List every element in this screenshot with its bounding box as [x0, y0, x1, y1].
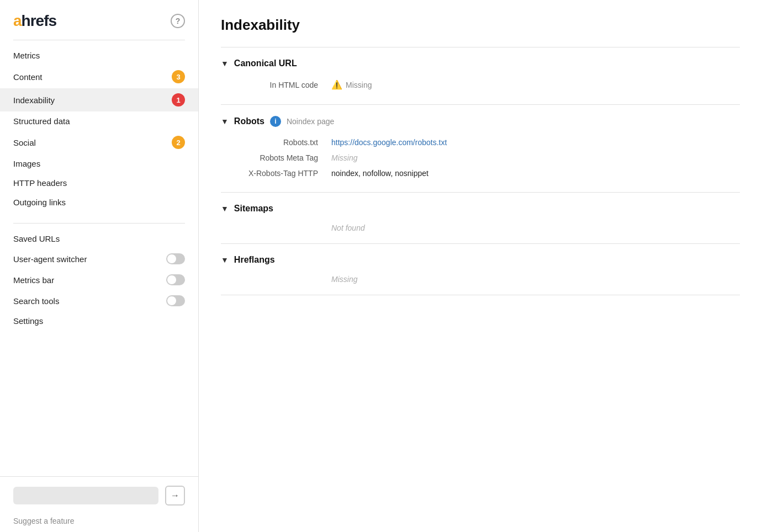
- warning-icon: ⚠️: [331, 79, 342, 90]
- suggest-arrow[interactable]: →: [165, 486, 185, 506]
- row-link[interactable]: https://docs.google.com/robots.txt: [331, 138, 447, 147]
- section-row: X-Robots-Tag HTTPnoindex, nofollow, nosn…: [221, 166, 740, 181]
- warning-value: ⚠️Missing: [331, 79, 372, 90]
- section-robots: ▼RobotsiNoindex pageRobots.txthttps://do…: [221, 105, 740, 193]
- main-content: Indexability ▼Canonical URLIn HTML code⚠…: [199, 0, 762, 532]
- section-canonical-url: ▼Canonical URLIn HTML code⚠️Missing: [221, 47, 740, 105]
- row-label: In HTML code: [232, 81, 331, 89]
- logo-text: hrefs: [22, 12, 56, 29]
- section-header-robots: ▼RobotsiNoindex page: [221, 116, 740, 127]
- sidebar-item-social[interactable]: Social2: [0, 131, 198, 154]
- section-subtitle-robots: Noindex page: [287, 117, 334, 126]
- sidebar-item-settings[interactable]: Settings: [0, 311, 198, 331]
- section-header-hreflangs: ▼Hreflangs: [221, 255, 740, 265]
- section-header-sitemaps: ▼Sitemaps: [221, 204, 740, 214]
- primary-nav: MetricsContent3Indexability1Structured d…: [0, 40, 198, 217]
- row-label: X-Robots-Tag HTTP: [232, 169, 331, 178]
- sidebar-item-label-structured-data: Structured data: [13, 116, 185, 126]
- sidebar-bottom: →: [0, 476, 198, 514]
- row-label: Robots Meta Tag: [232, 153, 331, 162]
- section-collapse-icon-canonical-url[interactable]: ▼: [221, 59, 229, 68]
- section-empty-sitemaps: Not found: [221, 221, 740, 232]
- suggest-bar: [13, 487, 158, 504]
- row-label: Robots.txt: [232, 138, 331, 147]
- toggle-search-tools[interactable]: [166, 295, 185, 306]
- sidebar-item-label-search-tools: Search tools: [13, 296, 166, 306]
- page-title: Indexability: [221, 17, 740, 34]
- sidebar-item-user-agent-switcher[interactable]: User-agent switcher: [0, 248, 198, 269]
- section-title-canonical-url: Canonical URL: [234, 58, 297, 68]
- section-collapse-icon-hreflangs[interactable]: ▼: [221, 256, 229, 264]
- section-collapse-icon-robots[interactable]: ▼: [221, 117, 229, 126]
- section-hreflangs: ▼HreflangsMissing: [221, 244, 740, 295]
- section-title-robots: Robots: [234, 116, 264, 126]
- section-empty-hreflangs: Missing: [221, 273, 740, 284]
- sidebar-item-outgoing-links[interactable]: Outgoing links: [0, 193, 198, 212]
- row-value: noindex, nofollow, nosnippet: [331, 169, 428, 178]
- badge-social: 2: [172, 136, 185, 149]
- sidebar-item-label-outgoing-links: Outgoing links: [13, 198, 185, 207]
- section-header-canonical-url: ▼Canonical URL: [221, 58, 740, 68]
- section-row: Robots.txthttps://docs.google.com/robots…: [221, 135, 740, 150]
- sidebar-item-structured-data[interactable]: Structured data: [0, 111, 198, 131]
- toggle-metrics-bar[interactable]: [166, 274, 185, 285]
- sidebar-item-saved-urls[interactable]: Saved URLs: [0, 229, 198, 248]
- section-row: Robots Meta TagMissing: [221, 150, 740, 166]
- row-value-italic: Missing: [331, 153, 357, 162]
- sidebar-item-label-social: Social: [13, 138, 172, 147]
- sidebar-item-search-tools[interactable]: Search tools: [0, 290, 198, 311]
- sidebar-item-metrics[interactable]: Metrics: [0, 46, 198, 65]
- sidebar-item-label-images: Images: [13, 159, 185, 168]
- section-title-hreflangs: Hreflangs: [234, 255, 275, 265]
- sidebar-item-label-settings: Settings: [13, 316, 185, 326]
- nav-section-divider: [13, 223, 185, 224]
- sidebar-item-label-indexability: Indexability: [13, 95, 172, 105]
- badge-indexability: 1: [172, 93, 185, 107]
- sidebar-item-indexability[interactable]: Indexability1: [0, 88, 198, 111]
- section-sitemaps: ▼SitemapsNot found: [221, 193, 740, 244]
- sidebar-item-label-http-headers: HTTP headers: [13, 178, 185, 188]
- info-badge-robots: i: [270, 116, 281, 127]
- sidebar: ahrefs ? MetricsContent3Indexability1Str…: [0, 0, 199, 532]
- sidebar-item-label-metrics-bar: Metrics bar: [13, 275, 166, 285]
- help-icon[interactable]: ?: [171, 14, 185, 28]
- sidebar-item-images[interactable]: Images: [0, 154, 198, 173]
- sidebar-item-content[interactable]: Content3: [0, 65, 198, 88]
- section-collapse-icon-sitemaps[interactable]: ▼: [221, 204, 229, 213]
- sidebar-item-label-content: Content: [13, 72, 172, 82]
- badge-content: 3: [172, 70, 185, 83]
- sidebar-item-label-saved-urls: Saved URLs: [13, 234, 185, 243]
- sidebar-item-label-metrics: Metrics: [13, 51, 185, 60]
- toggle-user-agent-switcher[interactable]: [166, 253, 185, 264]
- section-row: In HTML code⚠️Missing: [221, 76, 740, 93]
- sidebar-item-http-headers[interactable]: HTTP headers: [0, 173, 198, 193]
- warning-text: Missing: [346, 81, 372, 89]
- section-title-sitemaps: Sitemaps: [234, 204, 273, 214]
- logo-a: a: [13, 12, 22, 29]
- sidebar-item-label-user-agent-switcher: User-agent switcher: [13, 254, 166, 264]
- logo: ahrefs: [13, 12, 56, 30]
- sidebar-header: ahrefs ?: [0, 0, 198, 40]
- sidebar-item-metrics-bar[interactable]: Metrics bar: [0, 269, 198, 290]
- suggest-label: Suggest a feature: [0, 514, 198, 532]
